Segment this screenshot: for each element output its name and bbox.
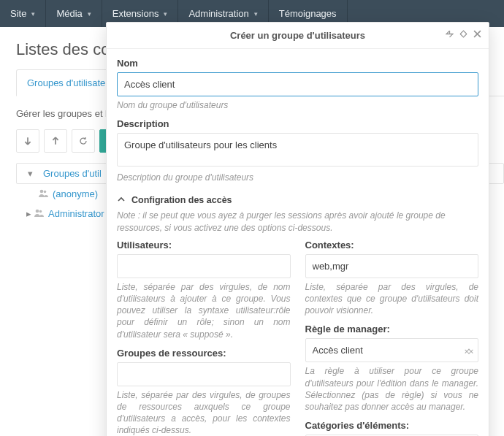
users-icon [38, 188, 48, 199]
users-help: Liste, séparée par des virgules, de nom … [117, 281, 291, 340]
accordion-label: Configration des accès [131, 195, 232, 205]
name-label: Nom [117, 58, 478, 69]
name-help: Nom du groupe d'utilisateurs [117, 99, 478, 111]
access-config-accordion[interactable]: Configration des accès [117, 191, 478, 210]
contexts-label: Contextes: [305, 240, 479, 250]
users-input[interactable] [117, 254, 291, 278]
users-label: Utilisateurs: [117, 240, 291, 250]
expand-all-button[interactable] [44, 129, 67, 153]
description-help: Description du groupe d'utilisateurs [117, 172, 478, 183]
nav-site[interactable]: Site▾ [0, 0, 46, 27]
nav-label: Extensions [112, 8, 159, 19]
create-user-group-modal: Créer un groupe d'utilisateurs Nom Nom d… [106, 22, 489, 436]
nav-label: Administration [188, 8, 248, 19]
description-input[interactable] [117, 133, 478, 167]
manager-policy-select[interactable] [305, 338, 479, 362]
right-column: Contextes: Liste, séparée par des virgul… [305, 240, 479, 436]
element-categories-label: Catégories d'éléments: [305, 420, 479, 431]
nav-label: Site [10, 8, 26, 19]
collapse-all-button[interactable] [16, 129, 39, 153]
manager-policy-help: La règle à utiliser pour ce groupe d'uti… [305, 365, 479, 413]
modal-body: Nom Nom du groupe d'utilisateurs Descrip… [107, 49, 489, 436]
manager-policy-value[interactable] [305, 338, 479, 362]
access-note: Note : il se peut que vous ayez à purger… [117, 210, 478, 233]
arrow-up-icon [51, 137, 60, 145]
svg-point-2 [36, 210, 39, 213]
nav-label: Témoignages [279, 8, 337, 19]
expand-toggle-icon[interactable]: ▸ [23, 208, 34, 219]
caret-down-icon: ▾ [31, 10, 35, 18]
svg-point-1 [44, 191, 47, 194]
collapse-toggle-icon[interactable]: ▾ [23, 168, 37, 179]
modal-header: Créer un groupe d'utilisateurs [107, 23, 489, 49]
tree-item-label: Administrator (1 [48, 208, 115, 219]
resource-groups-input[interactable] [117, 362, 291, 386]
svg-point-3 [39, 210, 42, 213]
chevron-up-icon [117, 196, 126, 204]
caret-down-icon: ▾ [254, 10, 258, 18]
contexts-help: Liste, séparée par des virgules, de cont… [305, 281, 479, 317]
close-icon[interactable] [473, 30, 481, 40]
manager-policy-label: Règle de manager: [305, 324, 479, 334]
modal-window-actions [446, 30, 481, 40]
maximize-icon[interactable] [459, 30, 467, 40]
contexts-input[interactable] [305, 254, 479, 278]
arrow-down-icon [23, 137, 32, 145]
nav-label: Média [56, 8, 82, 19]
minimize-icon[interactable] [446, 30, 454, 40]
refresh-button[interactable] [72, 129, 95, 153]
resource-groups-label: Groupes de ressources: [117, 348, 291, 359]
resource-groups-help: Liste, séparée par des virgules, de grou… [117, 389, 291, 436]
tree-item-label: (anonyme) [53, 188, 98, 199]
caret-down-icon: ▾ [164, 10, 167, 18]
left-column: Utilisateurs: Liste, séparée par des vir… [117, 240, 291, 436]
name-input[interactable] [117, 72, 478, 96]
modal-title: Créer un groupe d'utilisateurs [230, 30, 365, 41]
users-icon [34, 208, 44, 219]
nav-media[interactable]: Média▾ [46, 0, 102, 27]
refresh-icon [79, 137, 88, 145]
tree-root-label: Groupes d'util [43, 168, 102, 179]
caret-down-icon: ▾ [88, 10, 91, 18]
description-label: Description [117, 118, 478, 129]
svg-point-0 [40, 190, 44, 194]
